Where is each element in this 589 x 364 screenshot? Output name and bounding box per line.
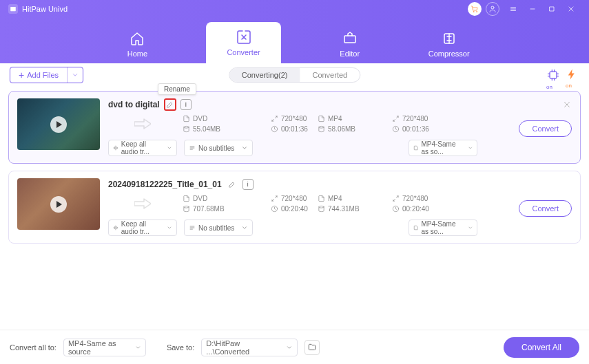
svg-point-28 — [184, 206, 189, 208]
rename-button[interactable] — [164, 98, 176, 111]
svg-line-24 — [275, 196, 277, 198]
svg-point-30 — [319, 206, 324, 208]
info-button[interactable]: i — [180, 99, 192, 110]
dest-duration: 00:20:40 — [392, 205, 475, 213]
app-logo-icon — [8, 4, 18, 14]
dest-size: 58.06MB — [318, 125, 386, 133]
arrow-icon — [108, 118, 177, 130]
nav-compressor[interactable]: Compressor — [419, 25, 479, 63]
svg-point-18 — [184, 126, 189, 128]
rename-button[interactable] — [226, 178, 238, 191]
source-format: DVD — [183, 115, 265, 122]
svg-line-25 — [272, 199, 274, 201]
nav-home-label: Home — [127, 50, 147, 58]
save-to-label: Save to: — [167, 343, 194, 352]
dest-format: MP4 — [318, 195, 386, 202]
svg-line-17 — [393, 119, 395, 121]
convert-all-format-select[interactable]: MP4-Same as source — [63, 339, 146, 356]
subtitle-select[interactable]: No subtitles — [184, 140, 253, 156]
source-format: DVD — [183, 195, 265, 202]
svg-line-15 — [272, 119, 274, 121]
rename-tooltip: Rename — [158, 83, 196, 95]
minimize-button[interactable] — [523, 0, 542, 18]
file-name: dvd to digital — [108, 100, 160, 109]
nav-converter[interactable]: Converter — [206, 22, 280, 63]
user-icon[interactable] — [486, 2, 499, 16]
titlebar: HitPaw Univd — [0, 0, 589, 18]
svg-line-27 — [393, 199, 395, 201]
svg-point-3 — [491, 6, 494, 9]
source-resolution: 720*480 — [271, 195, 312, 202]
file-card: Rename dvd to digital i DVD 720*480 MP4 … — [8, 91, 581, 164]
file-card: 20240918122225_Title_01_01 i DVD 720*480… — [8, 171, 581, 244]
add-files-label: Add Files — [27, 71, 59, 79]
audio-track-select[interactable]: Keep all audio tr... — [108, 140, 177, 156]
cart-icon[interactable] — [468, 2, 482, 16]
svg-point-2 — [477, 12, 477, 12]
tab-converted[interactable]: Converted — [300, 68, 360, 82]
add-files-dropdown[interactable] — [67, 67, 83, 83]
nav-editor-label: Editor — [340, 50, 360, 58]
convert-button[interactable]: Convert — [519, 120, 572, 137]
source-size: 707.68MB — [183, 205, 265, 213]
lightning-icon[interactable]: on — [566, 68, 579, 82]
gpu-accel-icon[interactable]: on — [546, 68, 560, 82]
svg-line-14 — [275, 116, 277, 118]
app-title: HitPaw Univd — [22, 5, 468, 13]
dest-size: 744.31MB — [318, 205, 386, 213]
queue-tabs: Converting(2) Converted — [229, 67, 360, 83]
editor-icon — [342, 30, 358, 47]
file-list: Rename dvd to digital i DVD 720*480 MP4 … — [0, 87, 589, 328]
svg-point-1 — [473, 12, 474, 12]
svg-line-26 — [396, 196, 398, 198]
dest-duration: 00:01:36 — [392, 125, 475, 133]
info-button[interactable]: i — [242, 179, 254, 190]
video-thumbnail[interactable] — [17, 178, 100, 230]
subtitle-select[interactable]: No subtitles — [184, 220, 253, 236]
svg-rect-8 — [550, 7, 554, 11]
play-icon — [50, 116, 67, 133]
source-size: 55.04MB — [183, 125, 265, 133]
video-thumbnail[interactable] — [17, 98, 100, 150]
nav-home[interactable]: Home — [110, 25, 165, 63]
output-format-select[interactable]: MP4-Same as so... — [409, 140, 477, 156]
audio-track-select[interactable]: Keep all audio tr... — [108, 220, 177, 236]
converter-icon — [236, 29, 252, 45]
arrow-icon — [108, 197, 177, 210]
dest-resolution: 720*480 — [392, 195, 475, 202]
convert-all-button[interactable]: Convert All — [504, 337, 579, 358]
home-icon — [129, 30, 145, 47]
convert-all-to-label: Convert all to: — [10, 343, 56, 352]
svg-rect-13 — [550, 72, 557, 78]
svg-rect-11 — [344, 36, 355, 43]
source-duration: 00:01:36 — [271, 125, 312, 133]
save-to-path-select[interactable]: D:\HitPaw ...\Converted — [201, 339, 298, 356]
remove-item-button[interactable] — [562, 100, 572, 109]
svg-point-20 — [319, 126, 324, 128]
source-duration: 00:20:40 — [271, 205, 312, 213]
dest-format: MP4 — [318, 115, 386, 122]
nav-editor[interactable]: Editor — [322, 25, 378, 63]
play-icon — [50, 196, 67, 213]
convert-button[interactable]: Convert — [519, 200, 572, 217]
toolbar: +Add Files Converting(2) Converted on on — [0, 63, 589, 87]
output-format-select[interactable]: MP4-Same as so... — [409, 220, 477, 236]
dest-resolution: 720*480 — [392, 115, 475, 122]
source-resolution: 720*480 — [271, 115, 312, 122]
nav-compressor-label: Compressor — [428, 50, 470, 58]
svg-line-16 — [396, 116, 398, 118]
open-folder-button[interactable] — [304, 340, 320, 355]
file-name: 20240918122225_Title_01_01 — [108, 180, 222, 189]
main-nav: Home Converter Editor Compressor — [0, 18, 589, 63]
compressor-icon — [441, 30, 457, 47]
menu-icon[interactable] — [504, 0, 523, 18]
close-button[interactable] — [561, 0, 581, 18]
add-files-button[interactable]: +Add Files — [10, 67, 83, 83]
nav-converter-label: Converter — [227, 48, 260, 56]
footer: Convert all to: MP4-Same as source Save … — [0, 330, 589, 364]
maximize-button[interactable] — [542, 0, 561, 18]
svg-rect-0 — [10, 7, 16, 11]
tab-converting[interactable]: Converting(2) — [229, 68, 300, 82]
